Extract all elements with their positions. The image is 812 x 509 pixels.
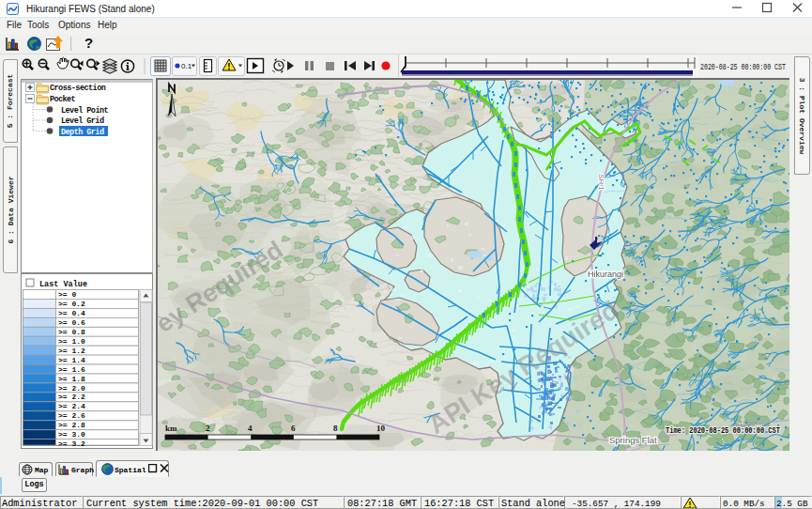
svg-text:Level Grid: Level Grid [61,116,104,126]
svg-text:Level Point: Level Point [61,106,109,116]
svg-text:Last Value: Last Value [39,280,87,289]
svg-text:>= 3.2: >= 3.2 [58,440,85,448]
svg-text:8: 8 [333,424,338,433]
svg-text:0.1: 0.1 [181,62,192,70]
svg-text:Cross-section: Cross-section [50,84,106,93]
svg-text:Time: 2020-08-25 00:00:00 CST: Time: 2020-08-25 00:00:00 CST [666,426,780,436]
svg-text:>= 0: >= 0 [58,290,76,299]
svg-text:6: 6 [291,424,296,433]
svg-text:>= 1.8: >= 1.8 [58,375,85,383]
svg-text:4: 4 [248,424,253,433]
svg-text:10: 10 [376,424,386,433]
svg-text:>= 0.6: >= 0.6 [58,318,85,327]
svg-text:SH 1: SH 1 [597,174,605,191]
svg-text:>= 0.2: >= 0.2 [58,300,85,308]
svg-text:>= 2.0: >= 2.0 [58,384,85,393]
svg-text:>= 1.2: >= 1.2 [58,347,85,355]
svg-text:>= 2.6: >= 2.6 [58,411,85,420]
svg-text:>= 3.0: >= 3.0 [58,430,85,439]
svg-text:>= 0.8: >= 0.8 [58,328,85,336]
svg-text:Springs Flat: Springs Flat [609,435,657,445]
svg-text:Depth Grid: Depth Grid [61,128,104,137]
svg-text:>= 2.4: >= 2.4 [58,402,85,410]
svg-text:>= 0.4: >= 0.4 [58,309,85,317]
svg-text:2020-08-25 00:00:00 CST: 2020-08-25 00:00:00 CST [700,63,786,72]
svg-text:>= 2.8: >= 2.8 [58,421,85,429]
svg-text:2: 2 [206,424,210,433]
svg-text:km: km [165,424,177,433]
svg-text:>= 1.0: >= 1.0 [58,337,85,346]
svg-text:Pocket: Pocket [50,95,76,104]
svg-text:>= 1.4: >= 1.4 [58,356,85,364]
svg-text:>= 2.2: >= 2.2 [58,393,85,401]
svg-text:>= 1.6: >= 1.6 [58,365,85,374]
svg-text:Hikurangi: Hikurangi [588,270,623,279]
